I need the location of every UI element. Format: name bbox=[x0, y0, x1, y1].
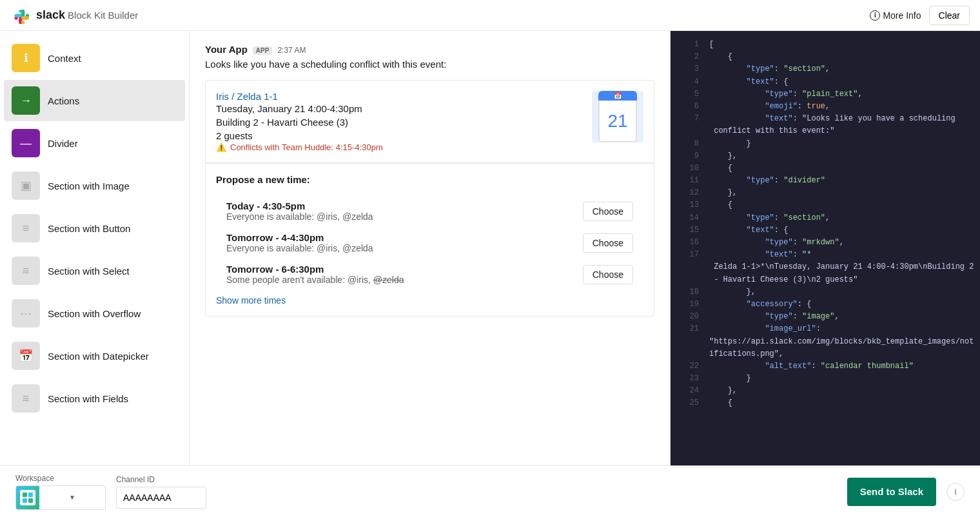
line-number: 12 bbox=[681, 187, 699, 199]
slack-icon bbox=[10, 5, 31, 26]
message-header: Your App APP 2:37 AM bbox=[205, 44, 654, 55]
sidebar-item-section-select[interactable]: ≡Section with Select bbox=[4, 250, 185, 291]
sidebar-item-context[interactable]: ℹContext bbox=[4, 37, 185, 79]
show-more-link[interactable]: Show more times bbox=[206, 290, 654, 316]
event-date: Tuesday, January 21 4:00-4:30pm bbox=[216, 102, 582, 115]
workspace-icon bbox=[16, 486, 39, 509]
code-line: 16 "type": "mrkdwn", bbox=[671, 237, 980, 249]
choose-button-1[interactable]: Choose bbox=[583, 202, 633, 221]
choose-button-3[interactable]: Choose bbox=[583, 265, 633, 284]
line-number: 14 bbox=[681, 212, 699, 224]
line-number: 2 bbox=[681, 51, 699, 63]
ws-dot-4 bbox=[28, 498, 33, 503]
sidebar-item-section-button[interactable]: ≡Section with Button bbox=[4, 208, 185, 249]
calendar-image: 📅 21 bbox=[592, 91, 643, 142]
code-text: "text": "Looks like you have a schedulin… bbox=[709, 113, 956, 125]
code-text: ifications.png", bbox=[709, 348, 783, 360]
line-number: 25 bbox=[681, 397, 699, 409]
code-line: 3 "type": "section", bbox=[671, 63, 980, 75]
sidebar-label-section-datepicker: Section with Datepicker bbox=[48, 351, 149, 362]
time-option-3: Tomorrow - 6-6:30pm Some people aren't a… bbox=[216, 258, 643, 290]
line-number: 22 bbox=[681, 360, 699, 373]
cal-day-number: 21 bbox=[598, 101, 637, 142]
time-slot-1: Today - 4:30-5pm bbox=[226, 200, 583, 211]
code-text: "text": { bbox=[709, 224, 788, 237]
choose-button-2[interactable]: Choose bbox=[583, 233, 633, 253]
clear-button[interactable]: Clear bbox=[929, 6, 970, 25]
sidebar-item-section-overflow[interactable]: ⋯Section with Overflow bbox=[4, 293, 185, 334]
code-line: 18 }, bbox=[671, 286, 980, 298]
sidebar-item-section-fields[interactable]: ≡Section with Fields bbox=[4, 378, 185, 419]
line-number: 10 bbox=[681, 162, 699, 175]
code-text: "text": "* bbox=[709, 249, 811, 261]
header-actions: i More Info Clear bbox=[870, 6, 970, 25]
code-line: 24 }, bbox=[671, 385, 980, 397]
code-text: "https://api.slack.com/img/blocks/bkb_te… bbox=[709, 336, 974, 348]
code-line: 14 "type": "section", bbox=[671, 212, 980, 224]
code-line: conflict with this event:" bbox=[671, 125, 980, 137]
sidebar-item-section-image[interactable]: ▣Section with Image bbox=[4, 165, 185, 206]
line-number: 4 bbox=[681, 76, 699, 88]
code-line: Zelda 1-1>*\nTuesday, January 21 4:00-4:… bbox=[671, 261, 980, 273]
line-number: 6 bbox=[681, 101, 699, 113]
event-title[interactable]: Iris / Zelda 1-1 bbox=[216, 91, 278, 102]
sidebar-item-actions[interactable]: →Actions bbox=[4, 80, 185, 121]
code-text: "image_url": bbox=[709, 323, 821, 335]
line-number: 20 bbox=[681, 311, 699, 323]
sidebar-label-divider: Divider bbox=[48, 138, 78, 149]
propose-title: Propose a new time: bbox=[216, 164, 643, 185]
code-line: 19 "accessory": { bbox=[671, 298, 980, 311]
sidebar-item-divider[interactable]: —Divider bbox=[4, 122, 185, 164]
conflict-text: Conflicts with Team Huddle: 4:15-4:30pm bbox=[230, 142, 383, 152]
code-line: 23 } bbox=[671, 373, 980, 385]
code-line: 5 "type": "plain_text", bbox=[671, 88, 980, 101]
line-number: 21 bbox=[681, 323, 699, 335]
sidebar: ℹContext→Actions—Divider▣Section with Im… bbox=[0, 31, 190, 465]
sidebar-item-section-datepicker[interactable]: 📅Section with Datepicker bbox=[4, 335, 185, 376]
code-line: 20 "type": "image", bbox=[671, 311, 980, 323]
line-number: 3 bbox=[681, 63, 699, 75]
preview-panel: Your App APP 2:37 AM Looks like you have… bbox=[190, 31, 671, 465]
time-option-1-info: Today - 4:30-5pm Everyone is available: … bbox=[226, 200, 583, 222]
more-info-button[interactable]: i More Info bbox=[870, 10, 921, 21]
message-intro: Looks like you have a scheduling conflic… bbox=[205, 59, 654, 70]
time-avail-1: Everyone is available: @iris, @zelda bbox=[226, 211, 583, 222]
sidebar-label-actions: Actions bbox=[48, 95, 79, 106]
code-line: 4 "text": { bbox=[671, 76, 980, 88]
workspace-label: Workspace bbox=[15, 474, 106, 483]
app-badge: APP bbox=[253, 46, 273, 55]
send-to-slack-button[interactable]: Send to Slack bbox=[847, 478, 936, 506]
line-number: 15 bbox=[681, 224, 699, 237]
code-text: { bbox=[709, 199, 732, 211]
line-number: 23 bbox=[681, 373, 699, 385]
code-line: 8 } bbox=[671, 138, 980, 150]
avail-prefix: Some people aren't available: @iris, bbox=[226, 275, 373, 285]
code-text: }, bbox=[709, 150, 737, 162]
line-number bbox=[681, 336, 699, 348]
code-text: - Havarti Cheese (3)\n2 guests" bbox=[709, 274, 858, 286]
time-option-1: Today - 4:30-5pm Everyone is available: … bbox=[216, 195, 643, 227]
footer-info-button[interactable]: i bbox=[946, 483, 965, 501]
sidebar-icon-section-image: ▣ bbox=[12, 171, 40, 200]
line-number: 24 bbox=[681, 385, 699, 397]
avail-strikethrough: @zelda bbox=[373, 275, 404, 285]
sidebar-icon-divider: — bbox=[12, 129, 40, 157]
workspace-icon-inner bbox=[20, 490, 35, 505]
workspace-dropdown-arrow: ▼ bbox=[39, 494, 105, 501]
more-info-label: More Info bbox=[883, 10, 921, 21]
line-number: 16 bbox=[681, 237, 699, 249]
event-content: Iris / Zelda 1-1 Tuesday, January 21 4:0… bbox=[216, 91, 582, 152]
code-text: }, bbox=[709, 385, 737, 397]
line-number: 8 bbox=[681, 138, 699, 150]
sidebar-icon-section-fields: ≡ bbox=[12, 384, 40, 413]
code-line: "https://api.slack.com/img/blocks/bkb_te… bbox=[671, 336, 980, 348]
sidebar-icon-section-select: ≡ bbox=[12, 257, 40, 285]
event-location: Building 2 - Havarti Cheese (3) bbox=[216, 115, 582, 129]
channel-input[interactable] bbox=[116, 487, 206, 509]
code-text: "type": "mrkdwn", bbox=[709, 237, 844, 249]
line-number: 7 bbox=[681, 113, 699, 125]
workspace-selector[interactable]: ▼ bbox=[15, 485, 106, 510]
code-text: "text": { bbox=[709, 76, 788, 88]
footer-info-icon: i bbox=[955, 487, 957, 496]
code-line: 2 { bbox=[671, 51, 980, 63]
